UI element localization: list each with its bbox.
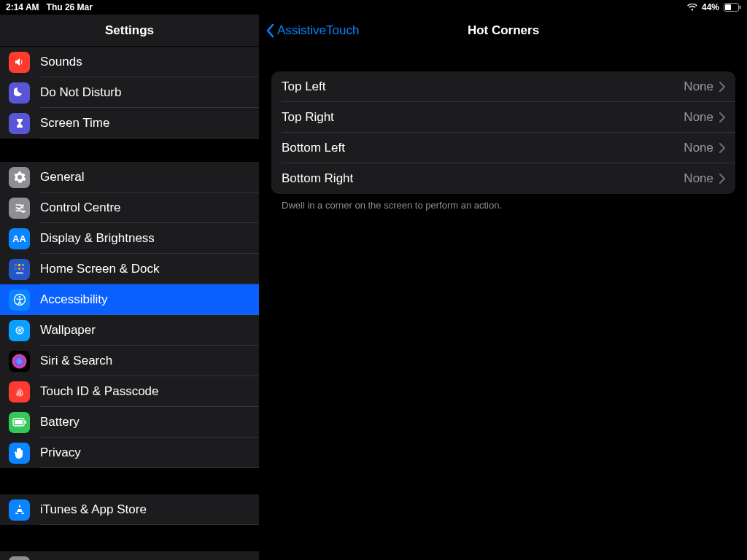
sidebar-item-label: Display & Brightness [40, 231, 155, 246]
fingerprint-icon [9, 381, 30, 402]
row-value: None [684, 79, 713, 94]
svg-rect-1 [725, 4, 731, 10]
sidebar-item-wallpaper[interactable]: Wallpaper [0, 315, 259, 346]
battery-percentage: 44% [702, 2, 719, 12]
svg-rect-17 [15, 420, 23, 424]
sounds-icon [9, 52, 30, 73]
svg-rect-6 [15, 268, 17, 270]
chevron-right-icon [719, 174, 725, 184]
sidebar-item-privacy[interactable]: Privacy [0, 438, 259, 468]
svg-rect-9 [16, 272, 23, 274]
battery-icon [9, 412, 30, 433]
page-title: Hot Corners [260, 23, 747, 38]
sidebar-item-label: Accessibility [40, 292, 108, 307]
row-value: None [684, 110, 713, 125]
wallpaper-icon [9, 320, 30, 341]
sidebar-item-label: Battery [40, 415, 80, 429]
home-grid-icon [9, 259, 30, 280]
sidebar-item-itunes[interactable]: iTunes & App Store [0, 494, 259, 525]
sidebar-item-dnd[interactable]: Do Not Disturb [0, 77, 259, 108]
svg-point-14 [12, 354, 27, 368]
siri-icon [9, 351, 30, 372]
chevron-right-icon [719, 112, 725, 122]
sidebar-item-label: Wallpaper [40, 323, 96, 338]
wifi-icon [687, 4, 697, 11]
svg-rect-2 [740, 6, 741, 9]
group-footnote: Dwell in a corner on the screen to perfo… [271, 194, 735, 211]
sidebar-item-label: Touch ID & Passcode [40, 384, 159, 399]
chevron-right-icon [719, 143, 725, 153]
sidebar-item-label: iTunes & App Store [40, 502, 147, 517]
status-time: 2:14 AM [6, 2, 39, 12]
sidebar-item-touchid[interactable]: Touch ID & Passcode [0, 376, 259, 407]
text-size-icon: AA [9, 228, 30, 249]
sidebar-item-label: Screen Time [40, 116, 109, 131]
detail-pane: AssistiveTouch Hot Corners Top Left None… [260, 15, 747, 560]
svg-rect-5 [22, 264, 24, 266]
hand-icon [9, 443, 30, 464]
svg-rect-8 [22, 268, 24, 270]
sidebar-item-siri[interactable]: Siri & Search [0, 346, 259, 376]
sidebar-item-label: Home Screen & Dock [40, 262, 159, 276]
hot-corners-group: Top Left None Top Right None [271, 71, 735, 194]
sidebar-item-label: General [40, 170, 84, 184]
row-label: Bottom Right [282, 171, 353, 186]
sidebar-item-controlcentre[interactable]: Control Centre [0, 192, 259, 223]
moon-icon [9, 82, 30, 104]
sidebar-item-label: Do Not Disturb [40, 85, 121, 100]
battery-icon [724, 3, 741, 12]
settings-sidebar: Settings Sounds Do Not Disturb [0, 15, 260, 560]
sidebar-item-label: Sounds [40, 55, 82, 69]
sidebar-item-screentime[interactable]: Screen Time [0, 108, 259, 139]
sidebar-item-label: Control Centre [40, 201, 121, 215]
gear-icon [9, 167, 30, 188]
row-label: Bottom Left [282, 141, 345, 155]
sidebar-item-accessibility[interactable]: Accessibility [0, 284, 259, 315]
row-bottom-right[interactable]: Bottom Right None [271, 163, 735, 194]
svg-rect-3 [15, 264, 17, 266]
accessibility-icon [9, 289, 30, 311]
status-date: Thu 26 Mar [47, 2, 93, 12]
sidebar-item-sounds[interactable]: Sounds [0, 47, 259, 77]
sliders-icon [9, 198, 30, 219]
svg-rect-4 [18, 264, 20, 266]
svg-point-11 [18, 296, 20, 298]
row-top-left[interactable]: Top Left None [271, 71, 735, 102]
sidebar-item-label: Privacy [40, 446, 81, 460]
sidebar-item-battery[interactable]: Battery [0, 407, 259, 438]
row-top-right[interactable]: Top Right None [271, 102, 735, 133]
sidebar-item-general[interactable]: General [0, 162, 259, 192]
sidebar-item-homescreen[interactable]: Home Screen & Dock [0, 254, 259, 284]
sidebar-item-display[interactable]: AA Display & Brightness [0, 223, 259, 254]
sidebar-item-passwords[interactable]: Passwords & Accounts [0, 551, 259, 560]
row-label: Top Right [282, 110, 334, 125]
svg-rect-7 [18, 268, 20, 270]
status-bar: 2:14 AM Thu 26 Mar 44% [0, 0, 747, 15]
row-value: None [684, 171, 713, 186]
hourglass-icon [9, 113, 30, 134]
row-value: None [684, 141, 713, 155]
sidebar-title: Settings [0, 15, 259, 47]
svg-rect-16 [25, 421, 26, 424]
sidebar-item-label: Siri & Search [40, 354, 112, 368]
appstore-icon [9, 499, 30, 521]
detail-nav: AssistiveTouch Hot Corners [260, 15, 747, 47]
row-label: Top Left [282, 79, 326, 94]
chevron-right-icon [719, 82, 725, 92]
row-bottom-left[interactable]: Bottom Left None [271, 133, 735, 163]
key-icon [9, 556, 30, 561]
